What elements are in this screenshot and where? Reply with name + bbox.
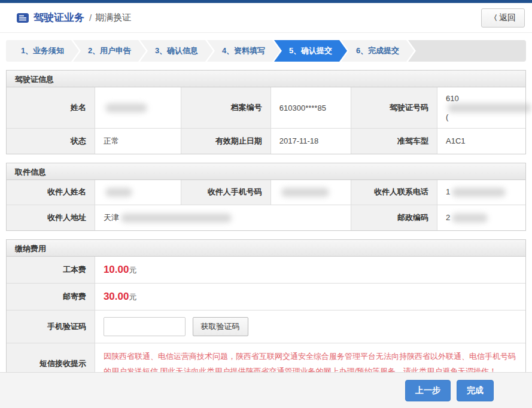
recipient-name-label: 收件人姓名 <box>7 180 95 205</box>
archive-no-value: 610300****85 <box>270 87 351 129</box>
fees-title: 缴纳费用 <box>7 240 525 257</box>
table-row: 手机验证码 获取验证码 <box>7 310 525 343</box>
page-header: 驾驶证业务 / 期满换证 〈返回 <box>0 3 532 33</box>
step-4-fill-data: 4、资料填写 <box>207 40 280 62</box>
step-6-complete-submit: 6、完成提交 <box>341 40 414 62</box>
license-info-section: 驾驶证信息 姓名 档案编号 610300****85 驾驶证号码 610( 状态… <box>6 70 526 154</box>
steps-filler <box>408 40 526 62</box>
pickup-info-table: 收件人姓名 收件人手机号码 收件人联系电话 1 收件人地址 天津 邮政编码 2 <box>7 180 525 230</box>
step-label: 2、用户申告 <box>88 45 131 56</box>
vehicle-class-label: 准驾车型 <box>351 129 437 154</box>
address-prefix: 天津 <box>104 213 119 222</box>
redacted-value <box>448 103 531 112</box>
breadcrumb-separator: / <box>89 13 92 23</box>
production-fee-amount: 10.00 <box>104 264 129 275</box>
table-row: 工本费 10.00元 <box>7 257 525 284</box>
previous-step-button[interactable]: 上一步 <box>405 380 451 401</box>
license-no-label: 驾驶证号码 <box>351 87 437 129</box>
valid-until-value: 2017-11-18 <box>270 129 351 154</box>
step-2-user-declaration: 2、用户申告 <box>73 40 146 62</box>
table-row: 状态 正常 有效期止日期 2017-11-18 准驾车型 A1C1 <box>7 129 525 154</box>
name-value <box>95 87 181 129</box>
table-row: 姓名 档案编号 610300****85 驾驶证号码 610( <box>7 87 525 129</box>
back-button-label: 返回 <box>499 13 516 22</box>
step-label: 6、完成提交 <box>356 45 399 56</box>
production-fee-value: 10.00元 <box>95 257 525 284</box>
redacted-value <box>105 188 132 197</box>
step-label: 1、业务须知 <box>21 45 64 56</box>
status-value: 正常 <box>95 129 181 154</box>
wizard-steps: 1、业务须知 2、用户申告 3、确认信息 4、资料填写 5、确认提交 6、完成提… <box>6 40 526 62</box>
step-label: 5、确认提交 <box>289 45 332 56</box>
breadcrumb-subtitle: 期满换证 <box>95 12 131 23</box>
get-sms-code-button[interactable]: 获取验证码 <box>193 317 248 336</box>
mailing-fee-value: 30.00元 <box>95 284 525 310</box>
status-label: 状态 <box>7 129 95 154</box>
license-no-prefix: 610 <box>446 94 459 103</box>
table-row: 收件人地址 天津 邮政编码 2 <box>7 205 525 230</box>
redacted-value <box>281 188 329 197</box>
fees-table: 工本费 10.00元 邮寄费 30.00元 手机验证码 获取验证码 短信接收提示… <box>7 257 525 385</box>
vehicle-class-value: A1C1 <box>437 129 525 154</box>
step-1-business-notice: 1、业务须知 <box>6 40 79 62</box>
finish-button[interactable]: 完成 <box>457 380 494 401</box>
pickup-info-title: 取件信息 <box>7 163 525 180</box>
postal-code-label: 邮政编码 <box>351 205 437 230</box>
table-row: 收件人姓名 收件人手机号码 收件人联系电话 1 <box>7 180 525 205</box>
recipient-phone-value: 1 <box>437 180 525 205</box>
recipient-mobile-label: 收件人手机号码 <box>181 180 270 205</box>
pickup-info-section: 取件信息 收件人姓名 收件人手机号码 收件人联系电话 1 收件人地址 天津 邮政… <box>6 163 526 231</box>
page-title: 驾驶证业务 <box>34 11 84 25</box>
name-label: 姓名 <box>7 87 95 129</box>
license-info-table: 姓名 档案编号 610300****85 驾驶证号码 610( 状态 正常 有效… <box>7 87 525 154</box>
sms-code-input[interactable] <box>104 317 186 336</box>
table-row: 邮寄费 30.00元 <box>7 284 525 310</box>
license-no-suffix: ( <box>446 112 448 121</box>
license-info-title: 驾驶证信息 <box>7 71 525 87</box>
recipient-mobile-value <box>270 180 351 205</box>
recipient-phone-label: 收件人联系电话 <box>351 180 437 205</box>
mailing-fee-amount: 30.00 <box>104 291 129 302</box>
mailing-fee-label: 邮寄费 <box>7 284 95 310</box>
footer-action-bar: 上一步 完成 <box>0 372 532 408</box>
recipient-name-value <box>95 180 181 205</box>
recipient-address-label: 收件人地址 <box>7 205 95 230</box>
fees-section: 缴纳费用 工本费 10.00元 邮寄费 30.00元 手机验证码 获取验证码 短… <box>6 239 526 385</box>
postal-code-value: 2 <box>437 205 525 230</box>
redacted-value <box>121 214 232 223</box>
production-fee-unit: 元 <box>129 266 136 275</box>
list-icon <box>17 13 29 23</box>
phone-prefix: 1 <box>446 187 450 196</box>
sms-code-cell: 获取验证码 <box>95 310 525 343</box>
redacted-value <box>105 103 147 112</box>
back-button[interactable]: 〈返回 <box>481 8 525 28</box>
sms-code-label: 手机验证码 <box>7 310 95 343</box>
valid-until-label: 有效期止日期 <box>181 129 270 154</box>
license-no-value: 610( <box>437 87 525 129</box>
mailing-fee-unit: 元 <box>129 293 136 302</box>
postal-prefix: 2 <box>446 213 450 222</box>
step-3-confirm-info: 3、确认信息 <box>140 40 213 62</box>
archive-no-label: 档案编号 <box>181 87 270 129</box>
chevron-left-icon: 〈 <box>490 14 497 22</box>
recipient-address-value: 天津 <box>95 205 351 230</box>
production-fee-label: 工本费 <box>7 257 95 284</box>
redacted-value <box>452 214 488 223</box>
step-label: 4、资料填写 <box>222 45 265 56</box>
redacted-value <box>452 188 506 197</box>
step-5-confirm-submit: 5、确认提交 <box>274 40 347 62</box>
step-label: 3、确认信息 <box>155 45 198 56</box>
